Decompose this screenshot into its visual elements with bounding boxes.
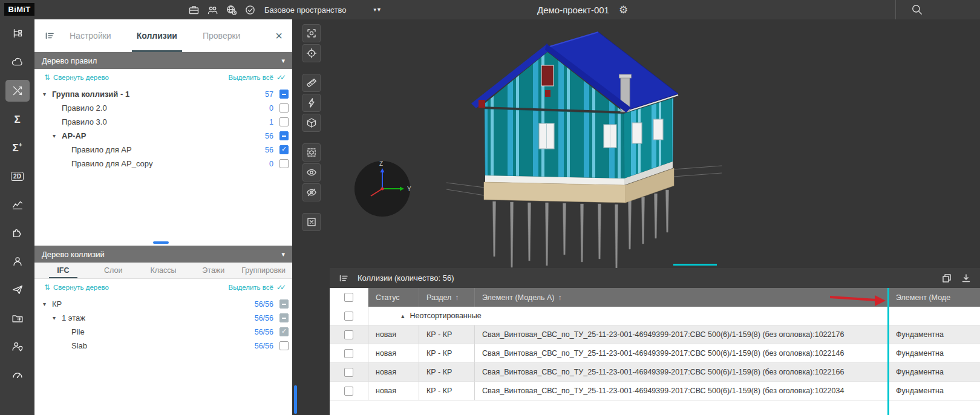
column-element-b[interactable]: Элемент (Моде xyxy=(887,288,980,307)
node-checkbox[interactable] xyxy=(279,299,289,309)
row-checkbox[interactable] xyxy=(344,330,353,339)
measure-button[interactable] xyxy=(302,74,321,92)
table-row[interactable]: новая КР - КР Свая_Винтовая_СВС_по_ТУ_25… xyxy=(330,382,980,400)
group-label: Неотсортированные xyxy=(410,312,482,320)
toolbox-icon[interactable] xyxy=(188,4,200,16)
row-checkbox[interactable] xyxy=(344,368,353,377)
column-status[interactable]: Статус xyxy=(368,288,419,307)
view-2d-icon[interactable]: 2D xyxy=(5,165,30,187)
workspace-selector[interactable]: Базовое пространство ▼ xyxy=(264,0,382,19)
copy-icon[interactable] xyxy=(941,273,952,284)
node-checkbox[interactable] xyxy=(279,327,289,336)
expander-icon[interactable] xyxy=(53,132,62,139)
panel-resize-handle[interactable] xyxy=(673,264,717,266)
close-icon[interactable] xyxy=(275,30,283,42)
chevron-down-icon xyxy=(281,250,285,258)
settings-gear-icon[interactable] xyxy=(619,5,628,15)
collisions-icon[interactable] xyxy=(5,80,30,102)
tree-node[interactable]: Slab 56/56 xyxy=(34,339,292,353)
plugin-icon[interactable] xyxy=(5,222,30,244)
column-element-a[interactable]: Элемент (Модель А) xyxy=(475,288,887,307)
row-checkbox-cell xyxy=(330,363,368,382)
node-checkbox[interactable] xyxy=(279,103,289,113)
tab-collisions[interactable]: Коллизии xyxy=(137,19,177,52)
topbar-right xyxy=(895,0,980,19)
folder-export-icon[interactable] xyxy=(5,307,30,329)
expander-icon[interactable] xyxy=(43,301,52,307)
table-row[interactable]: новая КР - КР Свая_Винтовая_СВС_по_ТУ_25… xyxy=(330,363,980,382)
tab-groupings[interactable]: Группировки xyxy=(238,263,289,278)
column-resize-divider[interactable] xyxy=(887,288,889,415)
fit-view-button[interactable] xyxy=(302,24,321,42)
check-circle-icon[interactable] xyxy=(244,4,256,16)
cloud-icon[interactable] xyxy=(5,51,30,73)
model-tree-icon[interactable] xyxy=(5,23,30,45)
search-icon[interactable] xyxy=(911,4,923,16)
tree-node[interactable]: АР-АР 56 xyxy=(34,129,292,143)
group-row[interactable]: Неотсортированные xyxy=(330,307,980,325)
node-checkbox[interactable] xyxy=(279,117,289,126)
node-checkbox[interactable] xyxy=(279,145,289,154)
chart-icon[interactable] xyxy=(5,194,30,215)
row-checkbox[interactable] xyxy=(344,349,353,358)
tree-node[interactable]: КР 56/56 xyxy=(34,297,292,311)
tab-layers[interactable]: Слои xyxy=(88,263,139,278)
node-checkbox[interactable] xyxy=(279,131,289,140)
vertical-scrollbar[interactable] xyxy=(294,385,297,414)
sigma-icon[interactable]: Σ xyxy=(5,108,30,130)
sigma-plus-icon[interactable]: Σ+ xyxy=(5,137,30,158)
node-checkbox[interactable] xyxy=(279,313,289,322)
expander-icon[interactable] xyxy=(43,91,52,97)
send-icon[interactable] xyxy=(5,279,30,301)
tree-node[interactable]: Правило для АР_copy 0 xyxy=(34,157,292,171)
expander-icon[interactable] xyxy=(53,315,62,321)
section-box-button[interactable] xyxy=(302,114,321,132)
clear-selection-button[interactable] xyxy=(302,213,321,231)
export-download-icon[interactable] xyxy=(961,273,972,284)
isolate-box-button[interactable] xyxy=(302,143,321,162)
globe-status-icon[interactable] xyxy=(225,4,237,16)
tree-node[interactable]: Правило 3.0 1 xyxy=(34,115,292,129)
collapse-tree-link[interactable]: Свернуть дерево xyxy=(44,283,109,292)
show-eye-button[interactable] xyxy=(302,163,321,181)
tree-node[interactable]: Правило 2.0 0 xyxy=(34,101,292,115)
collisions-tree-title: Дерево коллизий xyxy=(42,250,105,259)
node-checkbox[interactable] xyxy=(279,159,289,168)
hide-eye-button[interactable] xyxy=(302,183,321,201)
node-checkbox[interactable] xyxy=(279,90,289,99)
row-checkbox[interactable] xyxy=(344,312,353,321)
panel-menu-icon[interactable] xyxy=(44,30,55,41)
table-row[interactable]: новая КР - КР Свая_Винтовая_СВС_по_ТУ_25… xyxy=(330,325,980,344)
select-all-link[interactable]: Выделить всё xyxy=(229,73,286,82)
horizontal-scrollbar[interactable] xyxy=(153,241,169,244)
tree-node[interactable]: Группа коллизий - 1 57 xyxy=(34,87,292,101)
tab-classes[interactable]: Классы xyxy=(139,263,189,278)
rules-tree-header[interactable]: Дерево правил xyxy=(34,52,292,69)
section-cut-button[interactable] xyxy=(302,94,321,112)
viewport-3d[interactable]: Z Y xyxy=(292,19,980,415)
tree-node[interactable]: 1 этаж 56/56 xyxy=(34,311,292,325)
tab-ifc[interactable]: IFC xyxy=(38,263,88,278)
tab-settings[interactable]: Настройки xyxy=(70,19,111,52)
tree-node[interactable]: Правило для АР 56 xyxy=(34,143,292,157)
collapse-tree-link[interactable]: Свернуть дерево xyxy=(44,73,109,82)
orientation-widget[interactable]: Z Y xyxy=(354,160,411,217)
table-menu-icon[interactable] xyxy=(338,273,349,284)
node-checkbox[interactable] xyxy=(279,341,289,350)
row-checkbox[interactable] xyxy=(344,387,353,396)
select-all-link[interactable]: Выделить всё xyxy=(229,283,286,292)
cell-element-b: Фундаментна xyxy=(887,363,980,382)
dashboard-gauge-icon[interactable] xyxy=(5,364,30,386)
column-section[interactable]: Раздел xyxy=(419,288,475,307)
collapse-group-icon[interactable] xyxy=(401,312,410,320)
collisions-tree-header[interactable]: Дерево коллизий xyxy=(34,246,292,263)
tab-checks[interactable]: Проверки xyxy=(203,19,240,52)
focus-center-button[interactable] xyxy=(302,44,321,62)
tree-node[interactable]: Pile 56/56 xyxy=(34,325,292,339)
select-all-checkbox[interactable] xyxy=(344,293,353,302)
user-icon[interactable] xyxy=(5,250,30,272)
team-icon[interactable] xyxy=(206,4,218,16)
table-row[interactable]: новая КР - КР Свая_Винтовая_СВС_по_ТУ_25… xyxy=(330,344,980,363)
user-location-icon[interactable] xyxy=(5,336,30,358)
tab-floors[interactable]: Этажи xyxy=(188,263,238,278)
